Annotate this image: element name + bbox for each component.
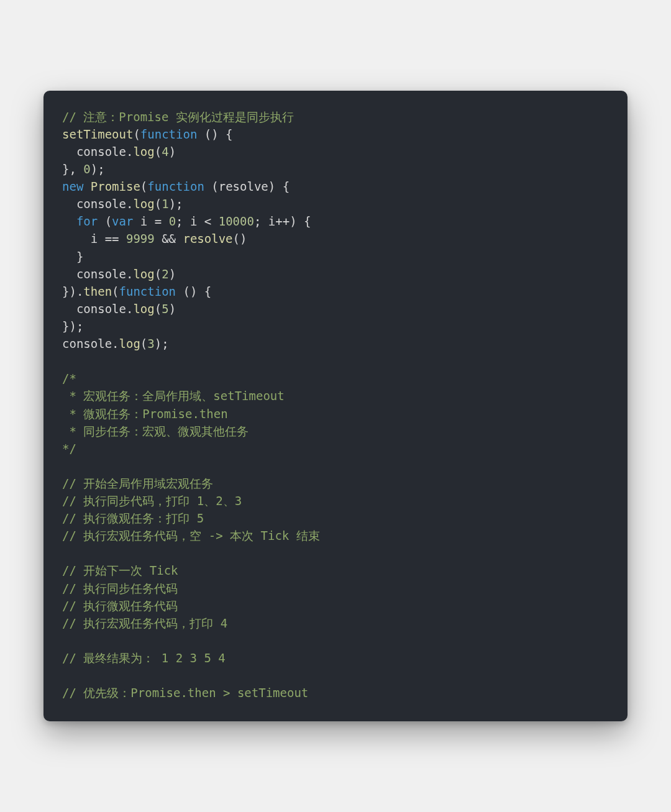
code-punc: ); — [91, 162, 105, 176]
code-punc: ( — [140, 180, 147, 193]
code-number: 2 — [162, 267, 168, 281]
code-punc: ); — [169, 197, 183, 211]
code-punc: }, — [62, 162, 83, 176]
code-number: 3 — [147, 337, 154, 350]
code-number: 5 — [162, 302, 168, 316]
code-comment: // 执行微观任务代码 — [62, 599, 178, 613]
code-fn: resolve — [183, 232, 232, 245]
code-text — [83, 180, 90, 193]
code-fn: log — [133, 302, 154, 316]
code-punc: . — [126, 267, 133, 281]
code-number: 1 — [162, 197, 168, 211]
code-fn: Promise — [91, 180, 140, 193]
code-punc: ( — [133, 127, 140, 141]
code-comment: // 注意：Promise 实例化过程是同步执行 — [62, 110, 294, 124]
code-punc: () — [233, 232, 247, 245]
code-punc: ( — [155, 197, 162, 211]
code-punc: ); — [155, 337, 169, 350]
code-comment: * 宏观任务：全局作用域、setTimeout — [62, 389, 285, 403]
code-comment: */ — [62, 442, 76, 455]
code-keyword: function — [119, 285, 176, 298]
code-fn: setTimeout — [62, 127, 133, 141]
code-number: 9999 — [126, 232, 155, 245]
code-punc: () { — [176, 285, 211, 298]
code-punc: . — [126, 302, 133, 316]
code-fn: log — [133, 197, 154, 211]
code-punc: ) — [169, 302, 176, 316]
code-punc: && — [155, 232, 183, 245]
code-comment: // 开始全局作用域宏观任务 — [62, 477, 213, 490]
code-comment: // 最终结果为： 1 2 3 5 4 — [62, 651, 226, 665]
code-punc: ; i < — [176, 214, 219, 228]
code-punc: . — [126, 197, 133, 211]
code-punc: ( — [155, 302, 162, 316]
code-fn: log — [133, 145, 154, 158]
code-comment: * 同步任务：宏观、微观其他任务 — [62, 424, 249, 438]
code-punc: ( — [98, 214, 112, 228]
code-number: 10000 — [219, 214, 254, 228]
code-comment: /* — [62, 372, 76, 385]
code-comment: // 执行宏观任务代码，打印 4 — [62, 616, 227, 630]
code-number: 4 — [162, 145, 168, 158]
code-punc: ( — [112, 285, 119, 298]
code-comment: // 开始下一次 Tick — [62, 563, 178, 577]
code-punc: ) — [169, 145, 176, 158]
code-fn: log — [119, 337, 140, 350]
code-punc: = — [155, 214, 169, 228]
code-ident: console — [62, 267, 126, 281]
code-comment: // 执行宏观任务代码，空 -> 本次 Tick 结束 — [62, 529, 320, 542]
code-ident: console — [62, 302, 126, 316]
code-keyword: new — [62, 180, 83, 193]
code-ident: console — [62, 197, 126, 211]
code-number: 0 — [83, 162, 90, 176]
code-comment: // 执行微观任务：打印 5 — [62, 511, 204, 525]
code-ident: i == — [62, 232, 126, 245]
code-ident: i — [133, 214, 154, 228]
code-keyword: function — [140, 127, 198, 141]
code-fn: then — [83, 285, 112, 298]
code-comment: // 执行同步代码，打印 1、2、3 — [62, 494, 242, 508]
code-ident: console — [62, 337, 112, 350]
code-keyword: for — [62, 214, 98, 228]
code-comment: // 优先级：Promise.then > setTimeout — [62, 686, 308, 700]
code-comment: // 执行同步任务代码 — [62, 582, 178, 595]
code-punc: . — [126, 145, 133, 158]
code-punc: ( — [155, 145, 162, 158]
code-keyword: function — [147, 180, 204, 193]
code-block: // 注意：Promise 实例化过程是同步执行 setTimeout(func… — [62, 108, 609, 702]
code-number: 0 — [169, 214, 176, 228]
code-keyword: var — [112, 214, 133, 228]
code-punc: ) — [169, 267, 176, 281]
code-punc: (resolve) { — [204, 180, 290, 193]
code-punc: ( — [155, 267, 162, 281]
code-punc: ( — [140, 337, 147, 350]
code-fn: log — [133, 267, 154, 281]
code-punc: }). — [62, 285, 83, 298]
code-ident: console — [62, 145, 126, 158]
code-punc: () { — [197, 127, 232, 141]
code-comment: * 微观任务：Promise.then — [62, 407, 228, 421]
code-punc: . — [112, 337, 119, 350]
code-punc: ; i++) { — [254, 214, 311, 228]
code-card: // 注意：Promise 实例化过程是同步执行 setTimeout(func… — [43, 91, 628, 722]
code-punc: }); — [62, 319, 83, 333]
code-punc: } — [62, 250, 83, 263]
